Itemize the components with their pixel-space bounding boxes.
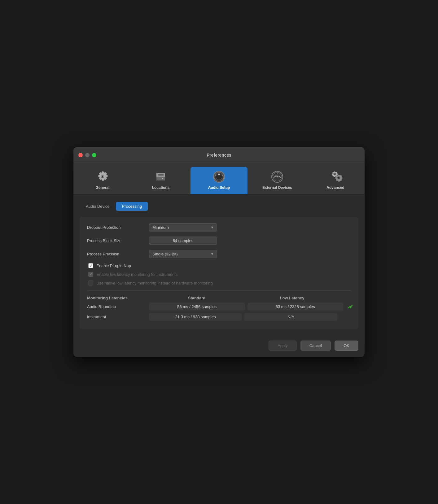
- enable-plugin-nap-checkbox[interactable]: ✓: [88, 263, 93, 268]
- dropout-protection-value: Minimum: [152, 225, 169, 230]
- dropout-protection-row: Dropout Protection Minimum ▼: [87, 223, 351, 232]
- svg-point-6: [162, 178, 163, 179]
- process-block-size-label: Process Block Size: [87, 238, 149, 243]
- svg-line-27: [272, 176, 273, 176]
- gauge-icon: [270, 170, 284, 184]
- latency-row-instrument: Instrument 21.3 ms / 938 samples N/A: [87, 313, 351, 321]
- preferences-window: Preferences General: [73, 147, 365, 357]
- svg-rect-5: [158, 174, 164, 176]
- instrument-low-latency: N/A: [244, 313, 337, 321]
- latency-header-low: Low Latency: [244, 296, 340, 300]
- process-precision-control: Single (32 Bit) ▼: [149, 250, 351, 258]
- maximize-button[interactable]: [92, 153, 96, 157]
- ok-button[interactable]: OK: [335, 341, 358, 351]
- svg-line-26: [274, 172, 275, 173]
- toolbar-advanced-label: Advanced: [326, 185, 344, 190]
- divider: [87, 290, 351, 291]
- latency-row-audio-roundtrip: Audio Roundtrip 56 ms / 2456 samples 53 …: [87, 303, 351, 311]
- latency-table-header: Monitoring Latencies Standard Low Latenc…: [87, 296, 351, 300]
- hdd-icon: [154, 170, 168, 184]
- native-low-latency-label: Use native low latency monitoring instea…: [96, 281, 213, 285]
- svg-point-22: [277, 176, 278, 177]
- instrument-standard: 21.3 ms / 938 samples: [149, 313, 242, 321]
- enable-plugin-nap-row[interactable]: ✓ Enable Plug-in Nap: [87, 263, 351, 268]
- dropout-protection-dropdown[interactable]: Minimum ▼: [149, 223, 217, 232]
- dropout-protection-control: Minimum ▼: [149, 223, 351, 232]
- latency-header-standard: Standard: [149, 296, 244, 300]
- dropout-protection-label: Dropout Protection: [87, 225, 149, 230]
- toolbar-item-locations[interactable]: Locations: [132, 167, 189, 194]
- toolbar-external-devices-label: External Devices: [262, 185, 292, 190]
- checkmark-dim-icon: ✓: [90, 272, 92, 276]
- toolbar-item-external-devices[interactable]: External Devices: [249, 167, 306, 194]
- gear-icon: [96, 170, 109, 184]
- audio-roundtrip-low-latency: 53 ms / 2328 samples: [247, 303, 344, 311]
- toolbar-general-label: General: [96, 185, 110, 190]
- process-precision-row: Process Precision Single (32 Bit) ▼: [87, 250, 351, 258]
- traffic-lights: [78, 153, 96, 157]
- dropdown-arrow-icon: ▼: [211, 226, 214, 229]
- toolbar-locations-label: Locations: [152, 185, 170, 190]
- process-precision-dropdown[interactable]: Single (32 Bit) ▼: [149, 250, 217, 258]
- checkmark-icon: ✓: [90, 264, 92, 268]
- low-latency-monitoring-checkbox: ✓: [88, 272, 93, 277]
- process-block-size-row: Process Block Size 64 samples: [87, 237, 351, 245]
- bottom-bar: Apply Cancel OK: [73, 336, 365, 357]
- svg-rect-3: [156, 177, 165, 180]
- enable-plugin-nap-label: Enable Plug-in Nap: [96, 263, 131, 268]
- svg-line-24: [280, 172, 280, 173]
- tab-audio-device[interactable]: Audio Device: [80, 202, 116, 211]
- audio-roundtrip-label: Audio Roundtrip: [87, 304, 149, 309]
- latency-table: Monitoring Latencies Standard Low Latenc…: [87, 296, 351, 321]
- titlebar: Preferences: [73, 147, 365, 163]
- toolbar-item-advanced[interactable]: Advanced: [307, 167, 364, 194]
- settings-panel: Dropout Protection Minimum ▼ Process Blo…: [80, 217, 358, 329]
- tab-processing[interactable]: Processing: [116, 202, 148, 211]
- process-precision-label: Process Precision: [87, 252, 149, 256]
- svg-line-15: [222, 176, 223, 176]
- audio-roundtrip-standard: 56 ms / 2456 samples: [149, 303, 245, 311]
- lightning-icon: 𝒹: [348, 303, 351, 310]
- close-button[interactable]: [78, 153, 83, 157]
- native-low-latency-checkbox: [88, 280, 93, 285]
- process-block-size-field[interactable]: 64 samples: [149, 237, 217, 245]
- toolbar-audio-setup-label: Audio Setup: [208, 185, 230, 190]
- low-latency-monitoring-label: Enable low latency monitoring for instru…: [96, 272, 177, 277]
- tabs-row: Audio Device Processing: [80, 202, 358, 211]
- latency-header-label: Monitoring Latencies: [87, 296, 149, 300]
- content-area: Audio Device Processing Dropout Protecti…: [73, 194, 365, 336]
- svg-line-25: [282, 176, 283, 176]
- process-precision-value: Single (32 Bit): [152, 252, 178, 256]
- toolbar-item-general[interactable]: General: [74, 167, 131, 194]
- knob-icon: [212, 170, 226, 184]
- window-title: Preferences: [207, 153, 231, 158]
- process-block-size-control: 64 samples: [149, 237, 351, 245]
- cancel-button[interactable]: Cancel: [300, 341, 331, 351]
- minimize-button[interactable]: [85, 153, 90, 157]
- toolbar: General Locations: [73, 163, 365, 194]
- gears-icon: [329, 170, 342, 184]
- apply-button[interactable]: Apply: [269, 341, 297, 351]
- instrument-label: Instrument: [87, 315, 149, 319]
- svg-line-14: [215, 176, 216, 176]
- toolbar-item-audio-setup[interactable]: Audio Setup: [191, 167, 247, 194]
- low-latency-monitoring-row: ✓ Enable low latency monitoring for inst…: [87, 272, 351, 277]
- dropdown-arrow-icon: ▼: [211, 252, 214, 256]
- native-low-latency-row: Use native low latency monitoring instea…: [87, 280, 351, 285]
